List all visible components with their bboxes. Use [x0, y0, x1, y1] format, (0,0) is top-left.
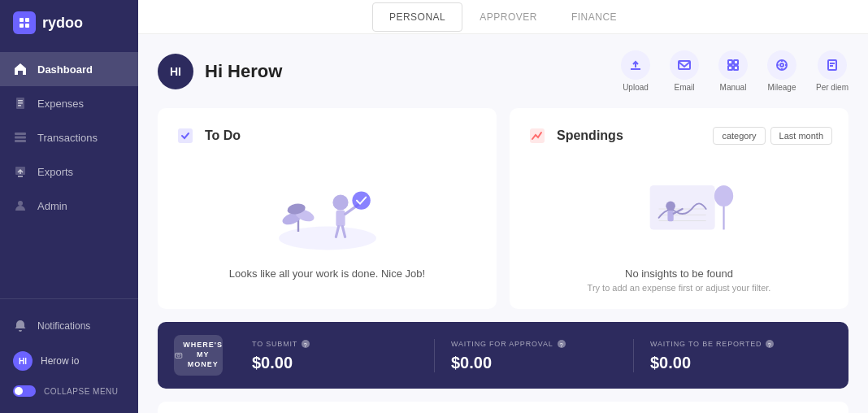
svg-rect-3 [25, 24, 29, 28]
user-avatar: HI [13, 351, 33, 371]
top-tabs: PERSONAL APPROVER FINANCE [372, 2, 634, 32]
mileage-action[interactable]: Mileage [767, 50, 796, 92]
per-diem-icon [818, 50, 847, 80]
main-area: PERSONAL APPROVER FINANCE HI Hi Herow [138, 0, 868, 413]
spendings-header: Spendings category Last month [526, 124, 832, 147]
content-area: HI Hi Herow Upload [138, 34, 868, 413]
logo-area: rydoo [0, 0, 138, 46]
mileage-label: Mileage [767, 83, 796, 92]
svg-rect-0 [20, 18, 24, 22]
waiting-approval-value: $0.00 [451, 354, 617, 372]
svg-text:?: ? [304, 341, 308, 347]
help-icon-0: ? [301, 339, 310, 349]
todo-content: Looks like all your work is done. Nice J… [174, 160, 480, 280]
svg-rect-9 [15, 137, 26, 139]
last-month-filter-button[interactable]: Last month [770, 127, 832, 145]
sidebar-item-dashboard[interactable]: Dashboard [0, 52, 138, 86]
tab-approver[interactable]: APPROVER [462, 2, 554, 32]
spendings-card: Spendings category Last month [510, 108, 848, 309]
svg-rect-16 [728, 66, 732, 70]
waiting-approval-label: WAITING FOR APPROVAL ? [451, 339, 617, 349]
upload-label: Upload [623, 83, 649, 92]
dashboard-label: Dashboard [37, 63, 93, 76]
money-bar: WHERE'S MY MONEY TO SUBMIT ? $0.00 WAITI… [158, 322, 848, 389]
transactions-label: Transactions [37, 132, 98, 144]
upload-action[interactable]: Upload [621, 50, 650, 92]
upload-icon [621, 50, 650, 80]
admin-label: Admin [37, 200, 67, 212]
to-submit-section: TO SUBMIT ? $0.00 [236, 339, 435, 372]
todo-card: To Do [158, 108, 497, 309]
svg-text:?: ? [768, 341, 772, 347]
manual-label: Manual [720, 83, 747, 92]
top-nav: PERSONAL APPROVER FINANCE [138, 0, 868, 34]
help-icon-1: ? [557, 339, 566, 349]
svg-rect-14 [728, 60, 732, 64]
admin-icon [13, 198, 28, 213]
tab-personal[interactable]: PERSONAL [372, 2, 462, 32]
cards-row: To Do [158, 108, 848, 309]
header-row: HI Hi Herow Upload [158, 50, 848, 92]
recommendations-card: Recommendations [158, 402, 848, 413]
to-submit-label: TO SUBMIT ? [252, 339, 418, 349]
user-item[interactable]: HI Herow io [0, 343, 138, 379]
notifications-item[interactable]: Notifications [0, 309, 138, 343]
money-bar-icon-area: WHERE'S MY MONEY [174, 335, 223, 376]
manual-action[interactable]: Manual [718, 50, 748, 92]
svg-rect-27 [336, 211, 345, 227]
spendings-content: No insights to be found Try to add an ex… [526, 160, 832, 293]
greeting-area: HI Hi Herow [158, 54, 282, 89]
svg-rect-2 [20, 24, 24, 28]
svg-point-29 [352, 191, 370, 209]
svg-rect-42 [176, 353, 182, 358]
spendings-empty-sub: Try to add an expense first or adjust yo… [588, 283, 771, 293]
todo-empty-message: Looks like all your work is done. Nice J… [229, 267, 425, 280]
svg-point-39 [666, 202, 675, 211]
per-diem-label: Per diem [816, 83, 848, 92]
sidebar: rydoo Dashboard Expenses [0, 0, 138, 413]
category-filter-button[interactable]: category [713, 127, 765, 145]
svg-point-26 [332, 194, 348, 210]
logo-icon [13, 11, 36, 34]
svg-rect-6 [18, 102, 23, 104]
sidebar-item-admin[interactable]: Admin [0, 189, 138, 223]
spendings-illustration [614, 160, 744, 258]
money-bar-label: WHERE'S MY MONEY [183, 341, 223, 369]
svg-point-12 [18, 201, 23, 206]
svg-rect-17 [734, 66, 738, 70]
help-icon-2: ? [765, 339, 775, 349]
waiting-reported-value: $0.00 [650, 354, 816, 372]
receipt-icon [13, 96, 28, 111]
sidebar-item-expenses[interactable]: Expenses [0, 86, 138, 120]
per-diem-action[interactable]: Per diem [816, 50, 848, 92]
app-name: rydoo [42, 15, 83, 32]
todo-icon [174, 124, 197, 147]
todo-title: To Do [205, 128, 241, 143]
email-label: Email [674, 83, 694, 92]
money-icon [174, 343, 183, 367]
spendings-buttons: category Last month [713, 127, 832, 145]
svg-rect-7 [18, 105, 21, 107]
svg-rect-15 [734, 60, 738, 64]
sidebar-bottom: Notifications HI Herow io COLLAPSE MENU [0, 298, 138, 413]
sidebar-item-transactions[interactable]: Transactions [0, 120, 138, 154]
tab-finance[interactable]: FINANCE [554, 2, 634, 32]
email-icon [670, 50, 699, 80]
collapse-toggle[interactable] [13, 385, 36, 397]
waiting-reported-label: WAITING TO BE REPORTED ? [650, 339, 816, 349]
spendings-empty-title: No insights to be found [625, 267, 733, 280]
svg-point-19 [780, 63, 783, 67]
expenses-label: Expenses [37, 98, 84, 110]
user-avatar-large: HI [158, 54, 193, 89]
todo-illustration [263, 160, 393, 258]
spendings-header-left: Spendings [526, 124, 623, 147]
svg-rect-10 [15, 140, 26, 142]
email-action[interactable]: Email [670, 50, 699, 92]
spendings-icon [526, 124, 549, 147]
svg-point-38 [714, 185, 732, 206]
sidebar-nav: Dashboard Expenses [0, 46, 138, 298]
to-submit-value: $0.00 [252, 354, 418, 372]
waiting-approval-section: WAITING FOR APPROVAL ? $0.00 [435, 339, 634, 372]
sidebar-item-exports[interactable]: Exports [0, 154, 138, 189]
collapse-menu-item[interactable]: COLLAPSE MENU [0, 379, 138, 403]
